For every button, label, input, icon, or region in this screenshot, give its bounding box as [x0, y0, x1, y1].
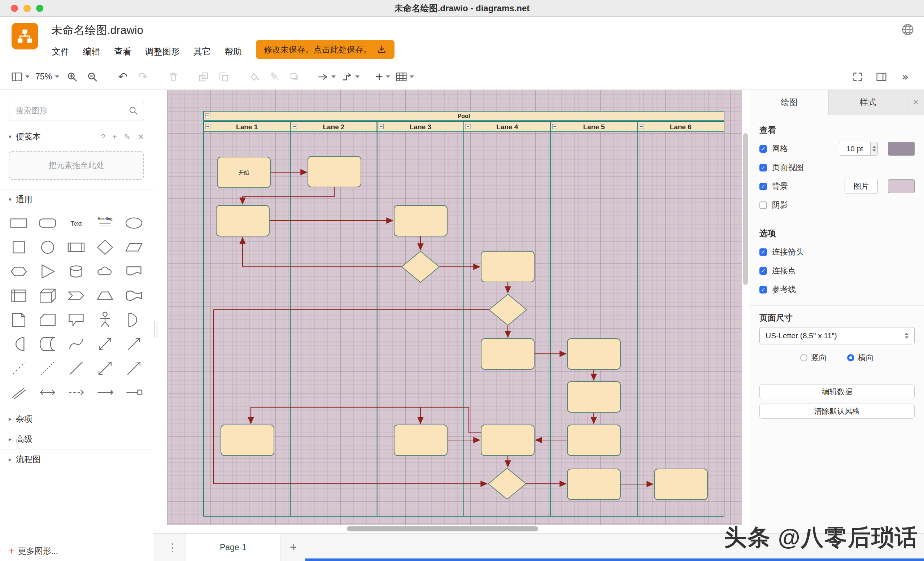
- unsaved-changes-save-button[interactable]: 修改未保存。点击此处保存。: [256, 40, 394, 59]
- shape-cylinder[interactable]: [62, 259, 91, 284]
- diagram-node[interactable]: [567, 425, 621, 456]
- shape-hexagon[interactable]: [4, 259, 33, 284]
- menu-view[interactable]: 查看: [114, 46, 131, 57]
- diagram-node[interactable]: [221, 425, 274, 456]
- shape-or[interactable]: [120, 308, 148, 332]
- shape-callout[interactable]: [62, 308, 91, 332]
- scratchpad-add-icon[interactable]: +: [112, 132, 117, 141]
- menu-arrange[interactable]: 调整图形: [145, 46, 180, 57]
- scratchpad-dropzone[interactable]: 把元素拖至此处: [9, 151, 144, 180]
- shape-data-storage[interactable]: [33, 332, 62, 356]
- shape-cloud[interactable]: [91, 259, 120, 284]
- grid-size-stepper[interactable]: [871, 142, 878, 156]
- tab-diagram[interactable]: 绘图: [750, 90, 829, 115]
- shape-circle[interactable]: [33, 235, 62, 259]
- shape-link[interactable]: [4, 380, 33, 404]
- insert-button[interactable]: +: [375, 69, 390, 85]
- page-tab[interactable]: Page-1: [186, 534, 280, 561]
- diagram-node[interactable]: [567, 469, 621, 500]
- view-button[interactable]: [12, 69, 30, 85]
- horizontal-scrollbar-thumb[interactable]: [347, 526, 538, 531]
- diagram-decision-node[interactable]: [402, 251, 439, 282]
- shape-rectangle[interactable]: [4, 211, 33, 235]
- shape-parallelogram[interactable]: [120, 235, 148, 259]
- to-back-button[interactable]: [217, 69, 231, 85]
- menu-file[interactable]: 文件: [52, 46, 69, 57]
- shape-and[interactable]: [4, 332, 33, 356]
- menu-edit[interactable]: 编辑: [83, 46, 100, 57]
- shape-bidirectional-edge[interactable]: [33, 380, 62, 404]
- diagram-node[interactable]: [481, 251, 534, 282]
- language-globe-icon[interactable]: [901, 23, 915, 36]
- shape-text[interactable]: Text: [62, 211, 91, 235]
- search-icon[interactable]: [129, 106, 138, 116]
- shape-textbox[interactable]: Heading: [91, 211, 120, 235]
- shape-dashed-edge[interactable]: [62, 380, 91, 404]
- shadow-button[interactable]: [287, 69, 302, 85]
- minimize-window-button[interactable]: [24, 5, 31, 12]
- section-advanced[interactable]: ▸ 高级: [0, 429, 153, 449]
- diagram-node[interactable]: [481, 425, 534, 456]
- diagram-edge[interactable]: [243, 187, 334, 204]
- shape-card[interactable]: [33, 308, 62, 332]
- shape-arrow[interactable]: [120, 332, 148, 356]
- page-size-select[interactable]: US-Letter (8,5" x 11"): [759, 327, 915, 344]
- background-color-swatch[interactable]: [888, 179, 915, 193]
- shape-bidirectional-connector[interactable]: [91, 356, 120, 380]
- undo-button[interactable]: ↶: [116, 69, 130, 85]
- zoom-in-button[interactable]: [65, 69, 80, 85]
- diagram-edge[interactable]: [214, 310, 489, 484]
- delete-button[interactable]: [166, 69, 180, 85]
- pages-menu-icon[interactable]: ⋮: [167, 541, 178, 554]
- grid-color-swatch[interactable]: [888, 142, 915, 156]
- section-misc[interactable]: ▸ 杂项: [0, 409, 153, 429]
- zoom-out-button[interactable]: [85, 69, 100, 85]
- shape-curve[interactable]: [62, 332, 91, 356]
- panel-close-icon[interactable]: ×: [908, 90, 924, 115]
- diagram-decision-node[interactable]: [489, 294, 526, 325]
- shape-note[interactable]: [4, 308, 33, 332]
- diagram-node[interactable]: [481, 339, 534, 369]
- tab-style[interactable]: 样式: [829, 90, 908, 115]
- shape-dotted-line[interactable]: [33, 356, 62, 380]
- shape-bidirectional-arrow[interactable]: [91, 332, 120, 356]
- background-checkbox[interactable]: ✓: [759, 183, 767, 190]
- vertical-scrollbar-thumb[interactable]: [743, 133, 748, 285]
- table-button[interactable]: [396, 69, 414, 85]
- fullscreen-button[interactable]: [850, 69, 865, 85]
- shape-trapezoid[interactable]: [91, 284, 120, 308]
- close-window-button[interactable]: [11, 5, 18, 12]
- waypoints-button[interactable]: [342, 69, 360, 85]
- shape-line[interactable]: [62, 356, 91, 380]
- shadow-checkbox[interactable]: [759, 201, 767, 209]
- connection-points-checkbox[interactable]: ✓: [759, 267, 767, 275]
- shape-cube[interactable]: [33, 284, 62, 308]
- diagram-node[interactable]: [216, 206, 269, 236]
- search-input[interactable]: [9, 101, 144, 121]
- shape-document[interactable]: [120, 259, 148, 284]
- guides-checkbox[interactable]: ✓: [759, 286, 767, 294]
- lane-6[interactable]: Lane 6: [638, 122, 724, 516]
- grid-checkbox[interactable]: ✓: [759, 145, 767, 153]
- add-page-button[interactable]: +: [290, 540, 297, 554]
- landscape-radio[interactable]: 横向: [847, 352, 874, 363]
- shape-tape[interactable]: [120, 284, 148, 308]
- scratchpad-close-icon[interactable]: ✕: [138, 132, 144, 141]
- shape-process[interactable]: [62, 235, 91, 259]
- portrait-radio[interactable]: 竖向: [800, 352, 827, 363]
- drawing-page[interactable]: PoolLane 1Lane 2Lane 3Lane 4Lane 5Lane 6…: [167, 90, 742, 525]
- scratchpad-edit-icon[interactable]: ✎: [124, 132, 130, 141]
- format-panel-toggle-button[interactable]: [874, 69, 889, 85]
- clear-default-style-button[interactable]: 清除默认风格: [759, 404, 915, 419]
- shape-dashed-line[interactable]: [4, 356, 33, 380]
- edit-data-button[interactable]: 编辑数据: [759, 384, 915, 399]
- grid-size-input[interactable]: 10 pt: [839, 142, 871, 156]
- collapse-expand-button[interactable]: »: [898, 69, 912, 85]
- shape-triangle[interactable]: [33, 259, 62, 284]
- connection-arrows-checkbox[interactable]: ✓: [759, 248, 767, 256]
- section-flowchart[interactable]: ▸ 流程图: [0, 449, 153, 469]
- shape-diamond[interactable]: [91, 235, 120, 259]
- scratchpad-help-icon[interactable]: ?: [101, 132, 105, 141]
- lane-1[interactable]: Lane 1: [204, 122, 290, 132]
- shape-internal-storage[interactable]: [4, 284, 33, 308]
